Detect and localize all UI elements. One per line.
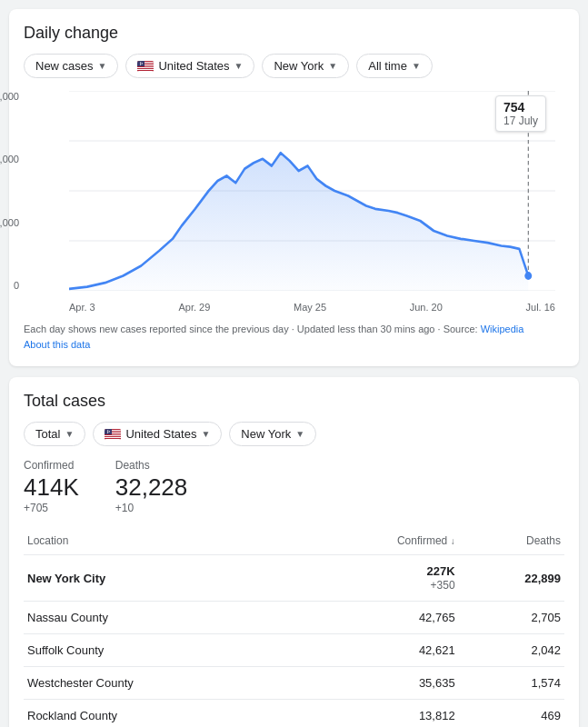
- confirmed-stat: Confirmed 414K +705: [24, 459, 79, 514]
- chart-tooltip: 754 17 July: [495, 95, 546, 132]
- total-country-label: United States: [125, 427, 196, 441]
- total-cases-filters: Total ▼ United States ▼ New York ▼: [24, 422, 564, 446]
- timerange-filter[interactable]: All time ▼: [356, 54, 433, 78]
- location-cell: Westchester County: [24, 667, 300, 700]
- daily-change-title: Daily change: [24, 24, 564, 43]
- country-filter[interactable]: United States ▼: [125, 54, 254, 78]
- location-header: Location: [24, 527, 300, 555]
- y-axis-labels: 15,000 10,000 5,000 0: [0, 91, 19, 291]
- timerange-label: All time: [368, 59, 407, 73]
- table-row: Rockland County13,812469: [24, 700, 564, 728]
- country-label: United States: [158, 59, 229, 73]
- locations-table: Location Confirmed ↓ Deaths New York Cit…: [24, 527, 564, 727]
- note-text: Each day shows new cases reported since …: [24, 324, 478, 334]
- us-flag-icon: [137, 61, 154, 72]
- total-country-chevron: ▼: [201, 429, 210, 439]
- confirmed-cell: 42,765: [300, 602, 459, 634]
- total-cases-title: Total cases: [24, 392, 564, 411]
- table-row: New York City227K+35022,899: [24, 555, 564, 602]
- confirmed-label: Confirmed: [24, 459, 79, 472]
- confirmed-value: 414K: [24, 473, 79, 502]
- deaths-cell: 2,705: [459, 602, 564, 634]
- deaths-delta: +10: [115, 502, 188, 514]
- timerange-chevron: ▼: [412, 61, 421, 71]
- region-filter[interactable]: New York ▼: [262, 54, 349, 78]
- sort-icon: ↓: [451, 536, 455, 546]
- about-link[interactable]: About this data: [24, 339, 90, 350]
- metric-chevron: ▼: [98, 61, 107, 71]
- tooltip-value: 754: [503, 100, 538, 115]
- deaths-stat: Deaths 32,228 +10: [115, 459, 188, 514]
- deaths-cell: 1,574: [459, 667, 564, 700]
- daily-change-card: Daily change New cases ▼ United States ▼…: [9, 9, 579, 366]
- total-region-filter[interactable]: New York ▼: [229, 422, 316, 446]
- deaths-value: 32,228: [115, 473, 188, 502]
- deaths-label: Deaths: [115, 459, 188, 472]
- deaths-header: Deaths: [459, 527, 564, 555]
- total-region-chevron: ▼: [295, 429, 304, 439]
- confirmed-cell: 35,635: [300, 667, 459, 700]
- confirmed-delta: +705: [24, 502, 79, 514]
- line-chart: [69, 91, 555, 291]
- location-cell: Suffolk County: [24, 634, 300, 667]
- location-cell: Rockland County: [24, 700, 300, 728]
- table-row: Westchester County35,6351,574: [24, 667, 564, 700]
- deaths-cell: 2,042: [459, 634, 564, 667]
- total-metric-chevron: ▼: [65, 429, 74, 439]
- confirmed-cell: 227K+350: [300, 555, 459, 602]
- daily-change-filters: New cases ▼ United States ▼ New York ▼ A…: [24, 54, 564, 78]
- total-metric-label: Total: [35, 427, 60, 441]
- chart-area: 754 17 July: [69, 91, 555, 291]
- location-cell: New York City: [24, 555, 300, 602]
- region-chevron: ▼: [328, 61, 337, 71]
- table-row: Suffolk County42,6212,042: [24, 634, 564, 667]
- stats-row: Confirmed 414K +705 Deaths 32,228 +10: [24, 459, 564, 514]
- metric-filter[interactable]: New cases ▼: [24, 54, 118, 78]
- table-row: Nassau County42,7652,705: [24, 602, 564, 634]
- country-chevron: ▼: [234, 61, 244, 71]
- deaths-cell: 469: [459, 700, 564, 728]
- svg-point-6: [524, 272, 532, 280]
- location-cell: Nassau County: [24, 602, 300, 634]
- tooltip-date: 17 July: [503, 115, 538, 127]
- source-link[interactable]: Wikipedia: [481, 324, 524, 334]
- confirmed-header: Confirmed ↓: [300, 527, 459, 555]
- total-cases-card: Total cases Total ▼ United States ▼ New …: [9, 377, 579, 727]
- x-axis-labels: Apr. 3 Apr. 29 May 25 Jun. 20 Jul. 16: [69, 298, 555, 313]
- confirmed-cell: 42,621: [300, 634, 459, 667]
- total-us-flag-icon: [105, 429, 121, 440]
- chart-note: Each day shows new cases reported since …: [24, 322, 564, 352]
- total-metric-filter[interactable]: Total ▼: [24, 422, 85, 446]
- confirmed-cell: 13,812: [300, 700, 459, 728]
- deaths-cell: 22,899: [459, 555, 564, 602]
- metric-label: New cases: [35, 59, 94, 73]
- total-region-label: New York: [241, 427, 291, 441]
- total-country-filter[interactable]: United States ▼: [93, 422, 222, 446]
- region-label: New York: [274, 59, 324, 73]
